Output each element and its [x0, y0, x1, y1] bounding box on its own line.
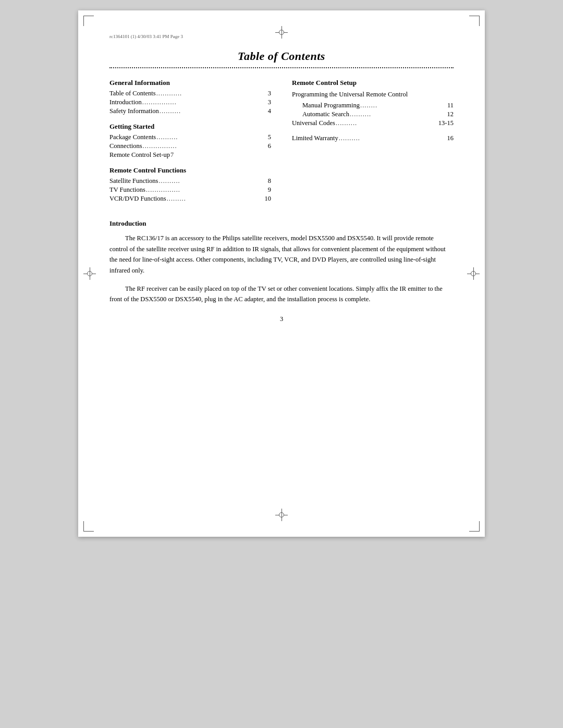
toc-entry-universal: Universal Codes .......... 13-15: [292, 119, 454, 127]
entry-label-safety: Safety Information: [109, 107, 159, 115]
intro-header: Introduction: [109, 219, 454, 228]
corner-mark-top-left: [83, 16, 94, 26]
entry-page-universal: 13-15: [438, 119, 454, 127]
toc-entry-manual: Manual Programming ........ 11: [292, 102, 454, 109]
page: rc1364101 (1) 4/30/03 3:41 PM Page 3 Tab…: [78, 10, 485, 537]
toc-right-col: Remote Control Setup Programming the Uni…: [292, 79, 454, 204]
crosshair-bottom: [275, 509, 288, 521]
toc-entry-toc: Table of Contents ............ 3: [109, 90, 271, 97]
dotted-rule: [109, 67, 454, 68]
entry-label-warranty: Limited Warranty: [292, 134, 338, 142]
entry-label-tv: TV Functions: [109, 186, 145, 194]
entry-label-package: Package Contents: [109, 133, 156, 141]
entry-dots-warranty: ..........: [339, 134, 447, 142]
toc-entry-satellite: Satellite Functions .......... 8: [109, 177, 271, 185]
entry-page-package: 5: [268, 133, 271, 141]
toc-header-remote-setup: Remote Control Setup: [292, 79, 454, 87]
corner-mark-bottom-left: [83, 521, 94, 532]
entry-page-satellite: 8: [268, 177, 271, 185]
entry-page-manual: 11: [447, 102, 454, 109]
entry-dots-auto: ..........: [350, 110, 447, 118]
intro-paragraph-2: The RF receiver can be easily placed on …: [109, 283, 454, 305]
entry-label-toc: Table of Contents: [109, 90, 156, 97]
remote-setup-subtitle-text: Programming the Universal Remote Control: [292, 91, 408, 98]
entry-page-connections: 6: [268, 142, 271, 150]
entry-page-toc: 3: [268, 90, 271, 97]
crosshair-right: [467, 267, 480, 280]
toc-left-col: General Information Table of Contents ..…: [109, 79, 271, 204]
entry-page-tv: 9: [268, 186, 271, 194]
toc-header-general: General Information: [109, 79, 271, 87]
toc-entry-auto: Automatic Search .......... 12: [292, 110, 454, 118]
entry-page-intro: 3: [268, 98, 271, 106]
entry-label-vcr: VCR/DVD Functions: [109, 195, 166, 203]
entry-label-connections: Connections: [109, 142, 142, 150]
remote-setup-subtitle: Programming the Universal Remote Control: [292, 90, 454, 100]
entry-page-warranty: 16: [447, 134, 454, 142]
entry-dots-tv: ................: [146, 186, 267, 194]
entry-page-vcr: 10: [265, 195, 272, 203]
entry-dots-intro: ................: [142, 98, 267, 106]
toc-entry-tv: TV Functions ................ 9: [109, 186, 271, 194]
toc-entry-connections: Connections ................ 6: [109, 142, 271, 150]
page-title: Table of Contents: [109, 50, 454, 63]
entry-dots-manual: ........: [360, 102, 447, 109]
toc-entry-safety: Safety Information .......... 4: [109, 107, 271, 115]
entry-label-satellite: Satellite Functions: [109, 177, 158, 185]
introduction-section: Introduction The RC136/17 is an accessor…: [109, 219, 454, 305]
entry-dots-vcr: .........: [167, 195, 264, 203]
entry-label-auto: Automatic Search: [302, 110, 349, 118]
entry-label-universal: Universal Codes: [292, 119, 335, 127]
toc-entry-setup: Remote Control Set-up 7: [109, 151, 271, 159]
intro-paragraph-1: The RC136/17 is an accessory to the Phil…: [109, 233, 454, 276]
entry-dots-setup: 7: [170, 151, 271, 159]
toc-header-getting-started: Getting Started: [109, 122, 271, 131]
page-number: 3: [109, 315, 454, 323]
entry-dots-connections: ................: [143, 142, 267, 150]
toc-entry-intro: Introduction ................ 3: [109, 98, 271, 106]
crosshair-top: [275, 26, 288, 39]
toc-columns: General Information Table of Contents ..…: [109, 79, 454, 204]
corner-mark-bottom-right: [469, 521, 480, 532]
entry-dots-package: ..........: [156, 133, 267, 141]
entry-dots-toc: ............: [156, 90, 267, 97]
entry-label-manual: Manual Programming: [302, 102, 360, 109]
toc-header-functions: Remote Control Functions: [109, 166, 271, 175]
toc-entry-warranty: Limited Warranty .......... 16: [292, 134, 454, 142]
entry-dots-satellite: ..........: [158, 177, 267, 185]
entry-dots-safety: ..........: [160, 107, 267, 115]
entry-label-setup: Remote Control Set-up: [109, 151, 170, 159]
toc-entry-package: Package Contents .......... 5: [109, 133, 271, 141]
toc-entry-vcr: VCR/DVD Functions ......... 10: [109, 195, 271, 203]
crosshair-left: [83, 267, 96, 280]
entry-dots-universal: ..........: [336, 119, 438, 127]
entry-page-auto: 12: [447, 110, 454, 118]
entry-page-setup: 7: [170, 151, 174, 158]
entry-page-safety: 4: [268, 107, 271, 115]
entry-label-intro: Introduction: [109, 98, 142, 106]
corner-mark-top-right: [469, 16, 480, 26]
